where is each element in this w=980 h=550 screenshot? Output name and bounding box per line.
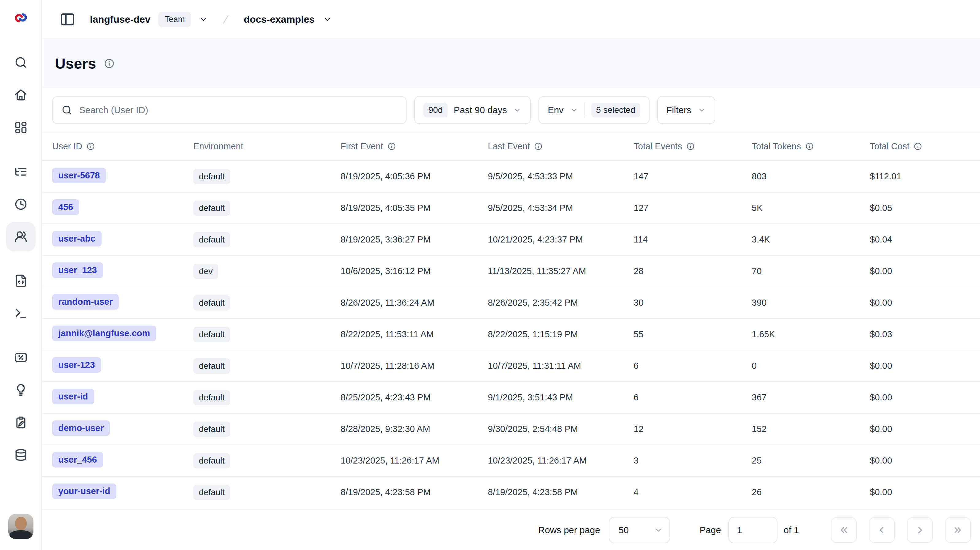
environment-badge: dev xyxy=(193,264,218,279)
column-label: User ID xyxy=(52,141,82,151)
user-id-badge[interactable]: random-user xyxy=(52,294,119,310)
environment-badge: default xyxy=(193,327,230,342)
org-chevron-down-icon[interactable] xyxy=(199,15,208,24)
sidebar-item-database[interactable] xyxy=(6,440,36,470)
table-row[interactable]: 456default8/19/2025, 4:05:35 PM9/5/2025,… xyxy=(42,193,980,224)
user-avatar[interactable] xyxy=(8,514,33,539)
sidebar-item-layout-dashboard[interactable] xyxy=(6,113,36,142)
cell-environment: default xyxy=(193,327,340,342)
sidebar-item-users[interactable] xyxy=(6,222,36,251)
last-page-button[interactable] xyxy=(945,517,971,543)
sidebar-item-clipboard-pen[interactable] xyxy=(6,408,36,437)
column-header-last_event[interactable]: Last Event xyxy=(488,141,633,151)
sidebar-item-lightbulb[interactable] xyxy=(6,375,36,405)
column-header-total_events[interactable]: Total Events xyxy=(633,141,752,151)
user-id-badge[interactable]: user_456 xyxy=(52,452,103,468)
cell-first-event: 10/23/2025, 11:26:17 AM xyxy=(340,456,488,466)
sidebar-nav xyxy=(6,48,36,484)
environment-divider xyxy=(584,103,585,117)
environment-badge: default xyxy=(193,390,230,405)
cell-total-tokens: 26 xyxy=(752,487,870,497)
table-row[interactable]: user_123dev10/6/2025, 3:16:12 PM11/13/20… xyxy=(42,256,980,287)
sidebar-item-terminal[interactable] xyxy=(6,299,36,328)
user-id-badge[interactable]: user_123 xyxy=(52,262,103,278)
next-page-button[interactable] xyxy=(907,517,933,543)
rows-per-page-select[interactable]: 50 xyxy=(609,517,670,543)
date-range-select[interactable]: 90d Past 90 days xyxy=(414,96,531,124)
search-input[interactable] xyxy=(79,105,397,115)
cell-total-cost: $0.04 xyxy=(870,235,970,245)
column-header-environment[interactable]: Environment xyxy=(193,141,340,151)
cell-environment: default xyxy=(193,390,340,405)
cell-total-cost: $0.00 xyxy=(870,361,970,371)
table-row[interactable]: jannik@langfuse.comdefault8/22/2025, 11:… xyxy=(42,319,980,350)
table-row[interactable]: user-5678default8/19/2025, 4:05:36 PM9/5… xyxy=(42,161,980,193)
table-row[interactable]: user_456default10/23/2025, 11:26:17 AM10… xyxy=(42,445,980,477)
table-row[interactable]: user-123default10/7/2025, 11:28:16 AM10/… xyxy=(42,350,980,382)
cell-user-id: 456 xyxy=(52,199,193,217)
user-id-badge[interactable]: user-123 xyxy=(52,357,101,373)
table-row[interactable]: user-abcdefault8/19/2025, 3:36:27 PM10/2… xyxy=(42,224,980,256)
environment-badge: default xyxy=(193,422,230,437)
sidebar-item-search[interactable] xyxy=(6,48,36,77)
user-id-badge[interactable]: your-user-id xyxy=(52,483,116,499)
table-row[interactable]: random-userdefault8/26/2025, 11:36:24 AM… xyxy=(42,287,980,319)
cell-environment: default xyxy=(193,201,340,216)
column-header-total_cost[interactable]: Total Cost xyxy=(870,141,970,151)
column-header-total_tokens[interactable]: Total Tokens xyxy=(752,141,870,151)
page-title-info-icon[interactable] xyxy=(104,58,115,69)
cell-last-event: 8/19/2025, 4:23:58 PM xyxy=(488,487,633,497)
page-number-input[interactable] xyxy=(729,517,778,543)
environment-badge: default xyxy=(193,232,230,247)
table-row[interactable]: user-iddefault8/25/2025, 4:23:43 PM9/1/2… xyxy=(42,382,980,414)
cell-first-event: 8/22/2025, 11:53:11 AM xyxy=(340,329,488,339)
user-id-badge[interactable]: user-abc xyxy=(52,231,102,246)
org-name[interactable]: langfuse-dev xyxy=(90,14,150,25)
user-id-badge[interactable]: 456 xyxy=(52,199,79,215)
sidebar-item-home[interactable] xyxy=(6,80,36,110)
cell-total-events: 114 xyxy=(633,235,752,245)
sidebar-item-file-code[interactable] xyxy=(6,266,36,296)
date-range-chevron-down-icon xyxy=(513,106,522,114)
column-header-first_event[interactable]: First Event xyxy=(340,141,488,151)
sidebar-item-square-percent[interactable] xyxy=(6,343,36,372)
terminal-icon xyxy=(14,307,28,320)
previous-page-button[interactable] xyxy=(869,517,895,543)
table-row[interactable]: your-user-iddefault8/19/2025, 4:23:58 PM… xyxy=(42,477,980,508)
column-header-user_id[interactable]: User ID xyxy=(52,141,193,151)
first-page-button[interactable] xyxy=(831,517,857,543)
cell-environment: default xyxy=(193,453,340,468)
cell-first-event: 8/28/2025, 9:32:30 AM xyxy=(340,424,488,434)
project-chevron-down-icon[interactable] xyxy=(323,15,332,24)
user-id-badge[interactable]: user-id xyxy=(52,389,94,404)
sidebar-item-clock[interactable] xyxy=(6,189,36,219)
cell-total-events: 6 xyxy=(633,361,752,371)
environment-select[interactable]: Env 5 selected xyxy=(538,96,649,124)
user-id-badge[interactable]: demo-user xyxy=(52,420,110,436)
cell-last-event: 11/13/2025, 11:35:27 AM xyxy=(488,266,633,276)
sidebar-group xyxy=(6,266,36,328)
info-icon xyxy=(805,142,814,151)
sidebar-toggle-button[interactable] xyxy=(59,11,76,28)
filters-button[interactable]: Filters xyxy=(657,96,716,124)
user-id-badge[interactable]: user-5678 xyxy=(52,168,106,183)
toolbar: 90d Past 90 days Env 5 selected Filters xyxy=(42,88,980,132)
project-name[interactable]: docs-examples xyxy=(243,14,315,25)
column-label: Total Cost xyxy=(870,141,910,151)
clipboard-pen-icon xyxy=(14,416,28,429)
info-icon xyxy=(914,142,922,151)
column-label: Total Tokens xyxy=(752,141,801,151)
user-id-badge[interactable]: jannik@langfuse.com xyxy=(52,326,156,341)
table-body: user-5678default8/19/2025, 4:05:36 PM9/5… xyxy=(42,161,980,510)
cell-last-event: 10/23/2025, 11:26:17 AM xyxy=(488,456,633,466)
layout-dashboard-icon xyxy=(14,121,28,134)
environment-selected-badge: 5 selected xyxy=(591,103,640,117)
chevrons-right-icon xyxy=(952,525,963,536)
database-icon xyxy=(14,448,28,462)
cell-environment: default xyxy=(193,295,340,311)
cell-last-event: 10/21/2025, 4:23:37 PM xyxy=(488,235,633,245)
table-row[interactable]: demo-userdefault8/28/2025, 9:32:30 AM9/3… xyxy=(42,414,980,445)
sidebar-item-list-tree[interactable] xyxy=(6,157,36,186)
file-code-icon xyxy=(14,274,28,288)
cell-total-cost: $0.05 xyxy=(870,203,970,213)
